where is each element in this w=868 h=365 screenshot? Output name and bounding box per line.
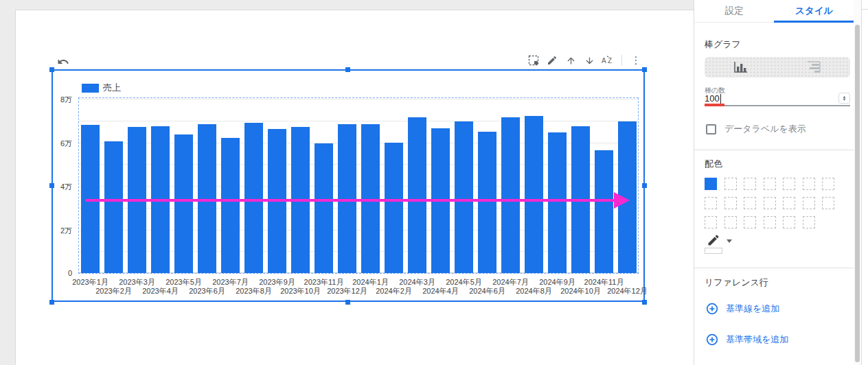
add-reference-band-label: 基準帯域を追加 [726, 333, 788, 346]
empty-color-swatch[interactable] [724, 197, 737, 209]
add-reference-line-label: 基準線を追加 [726, 303, 779, 315]
empty-color-swatch[interactable] [822, 178, 834, 190]
y-tick-label: 6万 [49, 139, 72, 149]
empty-color-swatch[interactable] [803, 216, 815, 228]
empty-color-swatch[interactable] [764, 178, 776, 190]
reference-section-title: リファレンス行 [705, 276, 768, 289]
series-color-swatch[interactable] [705, 178, 717, 190]
select-area-glyph [528, 55, 539, 66]
arrow-down-icon[interactable] [583, 54, 595, 67]
empty-color-swatch[interactable] [724, 178, 737, 190]
more-vertical-icon[interactable]: ⋮ [630, 54, 642, 67]
bar-2023年8月[interactable] [244, 123, 263, 273]
empty-color-swatch[interactable] [783, 197, 795, 209]
svg-text:A: A [602, 57, 606, 64]
empty-color-swatch[interactable] [764, 216, 776, 228]
gridline [79, 99, 638, 99]
edit-pencil-icon[interactable] [546, 54, 558, 67]
resize-handle-top-left[interactable] [49, 67, 54, 72]
add-circle-icon [706, 333, 718, 346]
bar-2023年7月[interactable] [221, 138, 240, 273]
tab-settings[interactable]: 設定 [694, 0, 775, 22]
bar-chart-section-title: 棒グラフ [705, 38, 741, 51]
looker-studio-editor: A Z ⋮ 売上 02万4万6万8万 2023年1月2023年2月2023年3月… [0, 0, 868, 365]
empty-color-swatch[interactable] [744, 178, 756, 190]
empty-color-swatch[interactable] [705, 197, 717, 209]
chart-type-toggle [705, 57, 850, 78]
empty-color-swatch[interactable] [783, 178, 795, 190]
bar-2024年6月[interactable] [478, 132, 496, 273]
legend-color-swatch [82, 84, 99, 93]
data-labels-checkbox[interactable] [706, 124, 716, 134]
bar-2024年11月[interactable] [595, 150, 613, 273]
bar-chart-plot[interactable] [78, 99, 639, 273]
toolbar-divider [621, 55, 622, 66]
column-chart-icon[interactable] [705, 60, 777, 74]
swatch-row [705, 216, 834, 228]
y-tick-label: 4万 [49, 182, 72, 192]
bar-count-value: 100 [705, 93, 720, 104]
add-reference-line-button[interactable]: 基準線を追加 [706, 303, 779, 315]
bar-2024年8月[interactable] [525, 116, 543, 273]
edit-colors-button[interactable] [705, 233, 732, 254]
empty-color-swatch[interactable] [803, 197, 815, 209]
resize-handle-mid-right[interactable] [642, 183, 647, 188]
bar-2023年2月[interactable] [104, 141, 123, 273]
empty-color-swatch[interactable] [705, 216, 717, 228]
tab-style[interactable]: スタイル [775, 0, 855, 22]
chart-legend: 売上 [82, 82, 121, 94]
undo-icon[interactable] [57, 56, 69, 68]
resize-handle-top-right[interactable] [642, 67, 647, 72]
resize-handle-top-center[interactable] [345, 67, 350, 72]
bar-2024年7月[interactable] [501, 117, 520, 273]
y-tick-label: 0 [49, 269, 72, 277]
edit-pencil-glyph [547, 55, 558, 66]
add-reference-band-button[interactable]: 基準帯域を追加 [706, 333, 788, 346]
pencil-stack [705, 233, 722, 254]
bar-2024年5月[interactable] [455, 121, 473, 273]
chart-toolbar: A Z ⋮ [527, 54, 642, 67]
annotation-arrow-line[interactable] [85, 199, 615, 202]
arrow-down-glyph [584, 56, 595, 66]
empty-color-swatch[interactable] [803, 178, 815, 190]
empty-color-swatch[interactable] [783, 216, 795, 228]
undo-icon-glyph [57, 56, 69, 68]
panel-scrollbar-thumb[interactable] [855, 25, 860, 362]
empty-color-swatch[interactable] [822, 197, 834, 209]
resize-handle-bottom-center[interactable] [345, 300, 350, 305]
bar-2024年2月[interactable] [385, 143, 403, 274]
swatch-row [705, 178, 834, 190]
report-canvas[interactable]: A Z ⋮ 売上 02万4万6万8万 2023年1月2023年2月2023年3月… [15, 10, 694, 365]
bar-count-input[interactable]: 100 [705, 93, 721, 104]
bar-2024年3月[interactable] [408, 117, 426, 273]
arrow-up-icon[interactable] [564, 54, 577, 67]
y-tick-label: 2万 [49, 226, 72, 236]
bar-2024年9月[interactable] [548, 132, 567, 273]
x-axis-labels: 2023年1月2023年2月2023年3月2023年4月2023年5月2023年… [78, 276, 639, 298]
properties-panel: 設定 スタイル 棒グラフ [694, 0, 854, 365]
empty-color-swatch[interactable] [724, 216, 737, 228]
empty-color-swatch[interactable] [764, 197, 776, 209]
custom-color-box [705, 248, 722, 254]
resize-handle-bottom-left[interactable] [49, 300, 54, 305]
bar-2023年11月[interactable] [315, 143, 333, 273]
swatch-row [705, 197, 834, 209]
number-stepper[interactable]: ▲ ▼ [838, 93, 850, 104]
resize-handle-bottom-right[interactable] [642, 300, 647, 305]
legend-series-label: 売上 [103, 82, 121, 94]
stepper-down-icon: ▼ [843, 98, 846, 101]
horizontal-bar-chart-icon[interactable] [777, 60, 850, 74]
empty-color-swatch[interactable] [744, 216, 756, 228]
horizontal-bar-chart-glyph [806, 60, 821, 74]
select-area-icon[interactable] [527, 54, 540, 67]
sort-alpha-icon[interactable]: A Z [602, 54, 614, 67]
sort-alpha-glyph: A Z [602, 55, 614, 66]
section-divider [694, 268, 854, 268]
input-error-underline [705, 104, 724, 106]
bar-2023年5月[interactable] [174, 134, 193, 273]
svg-text:Z: Z [608, 57, 612, 64]
collapsed-panel-notch [862, 9, 868, 10]
y-axis-labels: 02万4万6万8万 [49, 99, 75, 273]
color-swatch-grid [705, 178, 834, 228]
empty-color-swatch[interactable] [744, 197, 756, 209]
